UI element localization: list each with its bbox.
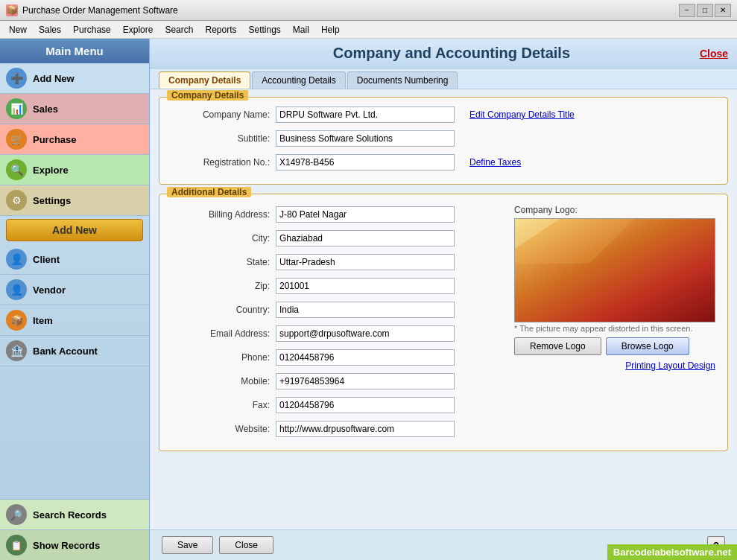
email-input[interactable] xyxy=(276,325,455,342)
fax-row: Fax: xyxy=(171,395,502,415)
minimize-button[interactable]: − xyxy=(679,4,695,17)
additional-section-title: Additional Details xyxy=(167,187,251,197)
titlebar-close-button[interactable]: ✕ xyxy=(715,4,731,17)
mobile-input[interactable] xyxy=(276,373,455,389)
printing-layout-link[interactable]: Printing Layout Design xyxy=(625,360,715,371)
content-header: Company and Accounting Details Close xyxy=(150,39,737,69)
settings-icon: ⚙ xyxy=(6,190,27,211)
add-new-icon: ➕ xyxy=(6,68,27,89)
email-label: Email Address: xyxy=(171,328,276,339)
sidebar-bottom: 🔎 Search Records 📋 Show Records xyxy=(0,499,149,560)
sidebar-item-label-item: Item xyxy=(33,315,53,326)
header-close-link[interactable]: Close xyxy=(700,48,728,60)
menu-mail[interactable]: Mail xyxy=(287,23,315,36)
logo-note: * The picture may appear distorted in th… xyxy=(514,324,715,333)
item-icon: 📦 xyxy=(6,310,27,331)
sidebar-item-purchase[interactable]: 🛒 Purchase xyxy=(0,124,149,155)
menu-settings[interactable]: Settings xyxy=(243,23,287,36)
city-input[interactable] xyxy=(276,230,455,246)
purchase-icon: 🛒 xyxy=(6,129,27,150)
content-title: Company and Accounting Details xyxy=(203,45,700,62)
menu-search[interactable]: Search xyxy=(159,23,199,36)
sidebar-item-add-new[interactable]: ➕ Add New xyxy=(0,63,149,94)
state-label: State: xyxy=(171,257,276,267)
edit-company-details-link[interactable]: Edit Company Details Title xyxy=(469,109,575,120)
logo-section: Billing Address: City: State: Zip: xyxy=(171,205,715,443)
company-logo-img: DRPU xyxy=(514,218,715,322)
logo-buttons: Remove Logo Browse Logo xyxy=(514,337,715,355)
sidebar-item-bank-account[interactable]: 🏦 Bank Account xyxy=(0,336,149,366)
tab-company-details[interactable]: Company Details xyxy=(159,71,250,89)
sidebar-item-label-sales: Sales xyxy=(33,104,58,115)
registration-row: Registration No.: Define Taxes xyxy=(171,153,715,172)
company-name-input[interactable] xyxy=(276,106,455,123)
state-input[interactable] xyxy=(276,254,455,270)
menu-sales[interactable]: Sales xyxy=(33,23,67,36)
sidebar-item-item[interactable]: 📦 Item xyxy=(0,305,149,336)
remove-logo-button[interactable]: Remove Logo xyxy=(514,337,601,355)
sidebar-item-label-explore: Explore xyxy=(33,165,69,176)
sidebar-item-settings[interactable]: ⚙ Settings xyxy=(0,185,149,216)
company-name-row: Company Name: Edit Company Details Title xyxy=(171,105,715,124)
watermark: Barcodelabelsoftware.net xyxy=(607,544,737,560)
sidebar-item-label-client: Client xyxy=(33,254,60,265)
sidebar-item-label-search-records: Search Records xyxy=(33,509,107,521)
browse-logo-button[interactable]: Browse Logo xyxy=(606,337,689,355)
menu-help[interactable]: Help xyxy=(315,23,346,36)
additional-details-section: Additional Details Billing Address: City… xyxy=(159,194,728,451)
website-label: Website: xyxy=(171,424,276,434)
menu-reports[interactable]: Reports xyxy=(199,23,242,36)
sidebar-item-search-records[interactable]: 🔎 Search Records xyxy=(0,499,149,529)
phone-row: Phone: xyxy=(171,348,502,367)
phone-input[interactable] xyxy=(276,349,455,366)
billing-address-input[interactable] xyxy=(276,206,455,223)
main-layout: Main Menu ➕ Add New 📊 Sales 🛒 Purchase 🔍… xyxy=(0,39,737,560)
registration-input[interactable] xyxy=(276,154,455,171)
subtitle-label: Subtitle: xyxy=(171,133,276,144)
zip-input[interactable] xyxy=(276,278,455,294)
tab-documents-numbering[interactable]: Documents Numbering xyxy=(347,71,458,89)
form-area: Company Details Company Name: Edit Compa… xyxy=(150,89,737,529)
sidebar-item-show-records[interactable]: 📋 Show Records xyxy=(0,529,149,560)
zip-label: Zip: xyxy=(171,281,276,291)
close-button[interactable]: Close xyxy=(219,536,273,554)
registration-label: Registration No.: xyxy=(171,157,276,168)
tab-accounting-details[interactable]: Accounting Details xyxy=(252,71,345,89)
sidebar-item-client[interactable]: 👤 Client xyxy=(0,244,149,275)
sidebar-item-label-vendor: Vendor xyxy=(33,284,66,296)
sidebar-item-label-bank-account: Bank Account xyxy=(33,346,98,357)
sidebar-item-sales[interactable]: 📊 Sales xyxy=(0,94,149,124)
app-icon: 📦 xyxy=(6,4,18,16)
search-records-icon: 🔎 xyxy=(6,504,27,525)
fax-label: Fax: xyxy=(171,400,276,410)
mobile-label: Mobile: xyxy=(171,376,276,386)
company-name-label: Company Name: xyxy=(171,109,276,120)
sidebar-header: Main Menu xyxy=(0,39,149,63)
logo-fields: Billing Address: City: State: Zip: xyxy=(171,205,502,443)
show-records-icon: 📋 xyxy=(6,535,27,556)
website-input[interactable] xyxy=(276,421,455,437)
logo-display: Company Logo: xyxy=(514,205,715,443)
add-new-section-btn[interactable]: Add New xyxy=(6,219,143,241)
mobile-row: Mobile: xyxy=(171,372,502,391)
country-row: Country: xyxy=(171,300,502,319)
save-button[interactable]: Save xyxy=(162,536,213,554)
sidebar-item-vendor[interactable]: 👤 Vendor xyxy=(0,275,149,305)
billing-address-label: Billing Address: xyxy=(171,209,276,220)
define-taxes-link[interactable]: Define Taxes xyxy=(469,157,521,168)
sidebar-item-explore[interactable]: 🔍 Explore xyxy=(0,155,149,185)
email-row: Email Address: xyxy=(171,324,502,343)
menu-purchase[interactable]: Purchase xyxy=(67,23,117,36)
fax-input[interactable] xyxy=(276,397,455,413)
state-row: State: xyxy=(171,252,502,272)
maximize-button[interactable]: □ xyxy=(697,4,713,17)
subtitle-row: Subtitle: xyxy=(171,129,715,148)
title-bar: 📦 Purchase Order Management Software − □… xyxy=(0,0,737,21)
zip-row: Zip: xyxy=(171,276,502,296)
city-row: City: xyxy=(171,229,502,248)
subtitle-input[interactable] xyxy=(276,130,455,147)
menu-explore[interactable]: Explore xyxy=(117,23,159,36)
country-input[interactable] xyxy=(276,302,455,318)
bottom-buttons: Save Close xyxy=(162,536,273,554)
menu-new[interactable]: New xyxy=(3,23,33,36)
